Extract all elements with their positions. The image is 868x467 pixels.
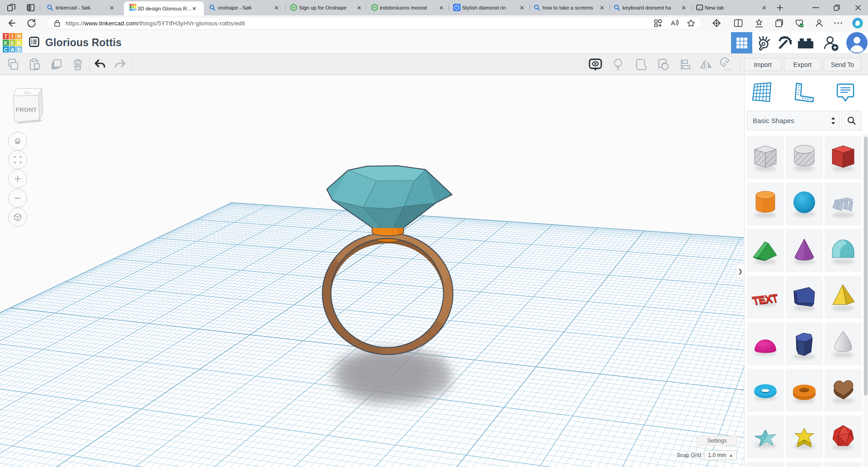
- svg-text:N: N: [17, 33, 21, 39]
- svg-text:FRONT: FRONT: [16, 106, 37, 113]
- svg-text:D: D: [17, 47, 21, 52]
- svg-text:I: I: [12, 33, 13, 39]
- svg-text:K: K: [4, 40, 8, 46]
- svg-text:A: A: [11, 47, 14, 52]
- svg-text:E: E: [11, 40, 14, 46]
- svg-text:C: C: [4, 47, 8, 52]
- svg-text:TOP: TOP: [24, 91, 32, 95]
- svg-text:A: A: [671, 19, 675, 27]
- svg-text:T: T: [4, 33, 7, 39]
- svg-text:T: T: [456, 6, 458, 9]
- svg-text:R: R: [17, 40, 21, 46]
